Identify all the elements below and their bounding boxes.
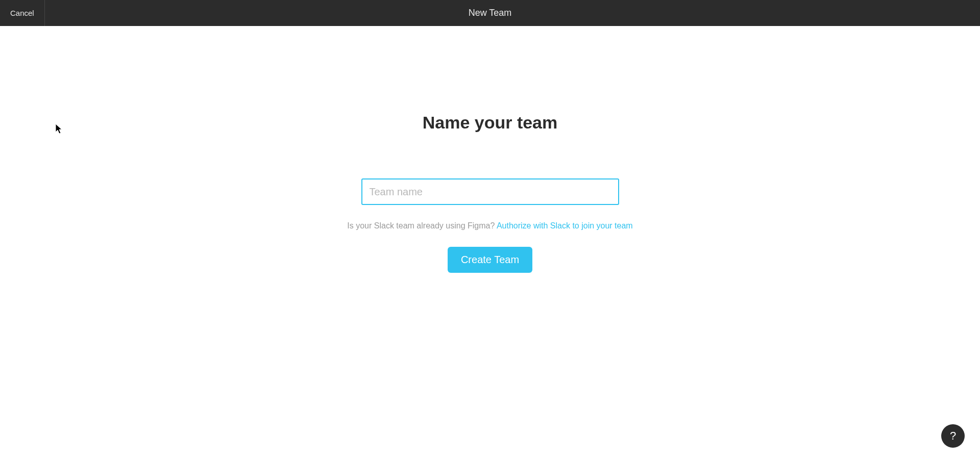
slack-prompt-text: Is your Slack team already using Figma?	[347, 221, 497, 230]
page-heading: Name your team	[423, 113, 558, 133]
create-team-button[interactable]: Create Team	[448, 247, 532, 273]
team-name-input[interactable]	[361, 178, 619, 205]
main-content: Name your team Is your Slack team alread…	[0, 26, 980, 273]
cancel-button[interactable]: Cancel	[0, 0, 45, 26]
help-icon: ?	[950, 429, 956, 443]
topbar: Cancel New Team	[0, 0, 980, 26]
help-button[interactable]: ?	[941, 424, 965, 448]
slack-prompt-line: Is your Slack team already using Figma? …	[347, 221, 632, 230]
slack-authorize-link[interactable]: Authorize with Slack to join your team	[497, 221, 633, 230]
topbar-title: New Team	[469, 8, 512, 18]
